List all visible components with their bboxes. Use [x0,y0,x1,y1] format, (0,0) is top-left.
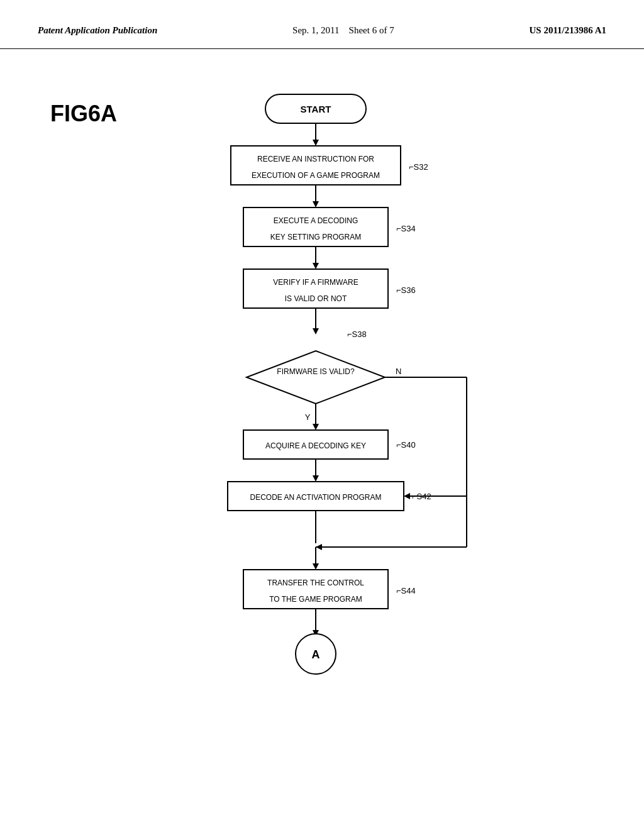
svg-marker-11 [313,328,319,335]
s44-line1: TRANSFER THE CONTROL [267,578,364,587]
s36-line1: VERIFY IF A FIRMWARE [273,278,358,287]
svg-marker-22 [404,493,410,499]
s42-text: DECODE AN ACTIVATION PROGRAM [250,493,382,502]
publication-date: Sep. 1, 2011 [292,25,339,35]
s40-text: ACQUIRE A DECODING KEY [265,441,366,450]
s34-line1: EXECUTE A DECODING [274,216,358,225]
flowchart-svg: START RECEIVE AN INSTRUCTION FOR EXECUTI… [140,88,504,755]
s38-step: ⌐S38 [347,329,367,339]
svg-marker-5 [313,201,319,208]
header-center: Sep. 1, 2011 Sheet 6 of 7 [292,25,394,36]
s44-step: ⌐S44 [396,586,416,595]
s34-step: ⌐S34 [396,224,416,233]
sheet-info: Sheet 6 of 7 [349,25,394,35]
s32-line2: EXECUTION OF A GAME PROGRAM [252,171,380,180]
page-header: Patent Application Publication Sep. 1, 2… [0,0,644,49]
s32-step: ⌐S32 [409,162,428,172]
s36-line2: IS VALID OR NOT [285,294,347,303]
patent-number: US 2011/213986 A1 [529,25,606,36]
figure-label: FIG6A [50,101,117,127]
svg-marker-14 [313,424,319,430]
end-label: A [312,648,320,661]
svg-marker-28 [313,563,319,570]
s38-line1: FIRMWARE IS VALID? [277,367,355,376]
n-label: N [396,367,401,376]
s44-line2: TO THE GAME PROGRAM [269,595,362,604]
s40-step: ⌐S40 [396,440,416,450]
y-label: Y [305,412,311,422]
s34-line2: KEY SETTING PROGRAM [270,233,361,241]
publication-title: Patent Application Publication [38,25,157,36]
flowchart: START RECEIVE AN INSTRUCTION FOR EXECUTI… [133,88,511,755]
svg-marker-17 [313,475,319,482]
svg-marker-2 [313,140,319,146]
svg-marker-12 [247,351,385,404]
s36-step: ⌐S36 [396,285,416,295]
svg-marker-8 [313,263,319,269]
start-label: START [301,104,331,114]
svg-marker-26 [316,544,322,550]
s32-line1: RECEIVE AN INSTRUCTION FOR [257,155,374,163]
